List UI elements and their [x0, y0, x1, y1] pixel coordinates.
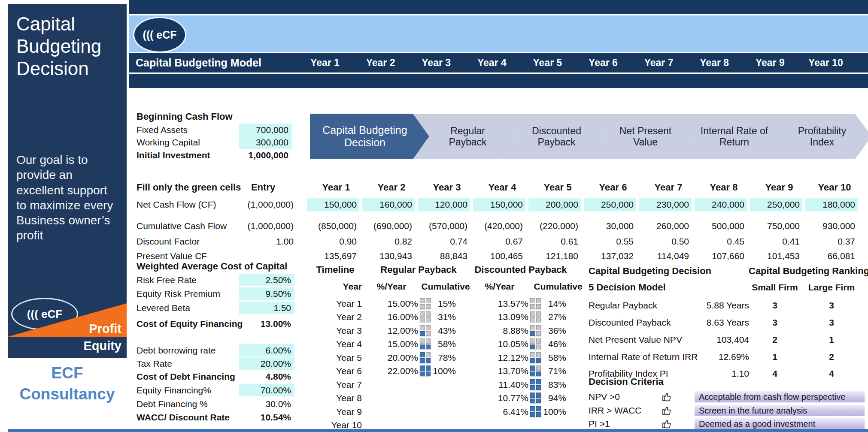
cell-value: 114,049 [633, 250, 689, 262]
cell-value: 107,660 [689, 250, 744, 262]
cell-value[interactable]: 250,000 [744, 199, 800, 211]
cell-value[interactable]: 120,000 [412, 199, 467, 211]
decision-row-value: 8.63 Years [672, 317, 749, 329]
table-year-header-6: Year 6 [587, 181, 639, 193]
cell-value: 930,000 [799, 220, 855, 232]
cell-value[interactable]: 300,000 [205, 136, 288, 148]
discounted-cumulative-value: 14% [539, 298, 566, 310]
decision-model-title-line2: 5 Decision Model [589, 281, 666, 293]
cell-value: 66,081 [799, 250, 855, 262]
cell-value[interactable]: 250,000 [578, 199, 634, 211]
cell-value: 10.54% [208, 411, 291, 423]
table-year-header-5: Year 5 [532, 181, 583, 193]
entry-column-header: Entry [237, 181, 289, 193]
regular-payback-title: Regular Payback [376, 264, 461, 276]
discounted-cumulative-value: 27% [539, 311, 566, 323]
large-firm-rank: 4 [819, 368, 844, 380]
section-title-wacc: Weighted Average Cost of Capital [137, 260, 287, 272]
thumbs-up-icon [661, 391, 673, 403]
cell-value: 1,000,000 [205, 149, 288, 161]
large-firm-rank: 2 [819, 351, 844, 363]
cell-value[interactable]: 160,000 [356, 199, 412, 211]
regular-pct-value: 22.00% [367, 365, 418, 377]
cell-value[interactable]: 2.50% [208, 274, 291, 286]
cell-value: 13.00% [208, 318, 291, 330]
pct-year-subheader: %/Year [474, 281, 525, 293]
large-firm-rank: 3 [819, 317, 844, 329]
cell-value[interactable]: 700,000 [205, 124, 288, 136]
process-step-1[interactable]: Capital Budgeting Decision [310, 114, 429, 159]
cell-value: 88,843 [412, 250, 467, 262]
regular-cumulative-value: 100% [429, 365, 456, 377]
cell-value: 500,000 [689, 220, 744, 232]
regular-cumulative-value: 78% [429, 352, 456, 364]
cell-value[interactable]: 1.50 [208, 302, 291, 314]
cell-value: 0.90 [301, 236, 357, 248]
cell-value[interactable]: 230,000 [633, 199, 689, 211]
row-label: Risk Free Rate [137, 274, 197, 286]
header-year-7: Year 7 [633, 53, 685, 73]
discounted-cumulative-value: 100% [539, 406, 566, 418]
criterion-label: PI >1 [589, 418, 610, 430]
regular-pct-value: 15.00% [367, 298, 418, 310]
discounted-pct-value: 8.88% [477, 325, 528, 337]
discounted-cumulative-value: 36% [539, 325, 566, 337]
timeline-year-label: Year 2 [319, 311, 362, 323]
header-year-10: Year 10 [800, 53, 851, 73]
discounted-payback-title: Discounted Payback [473, 264, 568, 276]
cell-value: (420,000) [467, 220, 523, 232]
cell-value: 0.45 [689, 236, 744, 248]
cell-value[interactable]: 240,000 [689, 199, 744, 211]
cell-value[interactable]: 200,000 [522, 199, 578, 211]
discounted-pct-value: 11.40% [477, 379, 528, 391]
criterion-result-ribbon: Screen in the future analysis [695, 405, 865, 416]
cell-value: 260,000 [633, 220, 689, 232]
criterion-result-ribbon: Acceptable from cash flow perspective [695, 391, 865, 402]
discounted-cumulative-value: 71% [539, 365, 566, 377]
discounted-cumulative-value: 46% [539, 338, 566, 350]
row-label: Equity Financing% [137, 384, 211, 396]
row-label: Debt borrowing rate [137, 344, 215, 356]
small-firm-rank: 3 [762, 317, 788, 329]
cell-value[interactable]: 150,000 [301, 199, 357, 211]
cell-value: 135,697 [301, 250, 357, 262]
cell-value[interactable]: 180,000 [799, 199, 855, 211]
cell-value: 0.61 [522, 236, 578, 248]
cell-value: 30.0% [208, 398, 291, 410]
cell-value[interactable]: 9.50% [208, 288, 291, 300]
cell-value: 130,943 [356, 250, 412, 262]
equity-label: Equity [83, 339, 121, 353]
discounted-pct-value: 13.09% [477, 311, 528, 323]
row-label: Tax Rate [137, 358, 172, 370]
cell-value[interactable]: 70.00% [208, 384, 291, 396]
brand-name: ECF Consultancy [8, 363, 127, 405]
decision-criteria-title: Decision Criteria [589, 376, 664, 388]
cell-value: 137,032 [578, 250, 634, 262]
table-year-header-4: Year 4 [476, 181, 528, 193]
cell-value[interactable]: 20.00% [208, 358, 291, 370]
header-sub-band [129, 74, 868, 88]
header-logo-band: ((( eCF [129, 15, 868, 52]
cell-value: 100,465 [467, 250, 523, 262]
decision-row-value: 12.69% [672, 351, 749, 363]
criterion-result-ribbon: Deemed as a good investment [695, 418, 865, 429]
discounted-pct-value: 13.70% [477, 365, 528, 377]
small-firm-rank: 1 [762, 351, 788, 363]
timeline-year-label: Year 7 [319, 379, 362, 391]
cell-value[interactable]: 150,000 [467, 199, 523, 211]
regular-cumulative-value: 43% [429, 325, 456, 337]
discounted-pct-value: 13.57% [477, 298, 528, 310]
header-year-3: Year 3 [410, 53, 462, 73]
cell-value[interactable]: 6.00% [208, 344, 291, 356]
header-year-6: Year 6 [577, 53, 629, 73]
sheet-title: Capital Budgeting Model [136, 53, 261, 73]
table-year-header-9: Year 9 [753, 181, 805, 193]
table-year-header-10: Year 10 [809, 181, 860, 193]
page-title: Capital Budgeting Decision [16, 13, 109, 80]
discounted-cumulative-value: 58% [539, 352, 566, 364]
criterion-label: IRR > WACC [589, 405, 641, 417]
cumulative-subheader: Cumulative [420, 281, 471, 293]
decision-row-value: 1.10 [672, 368, 749, 380]
large-firm-rank: 1 [819, 334, 844, 346]
regular-pct-value: 15.00% [367, 338, 418, 350]
